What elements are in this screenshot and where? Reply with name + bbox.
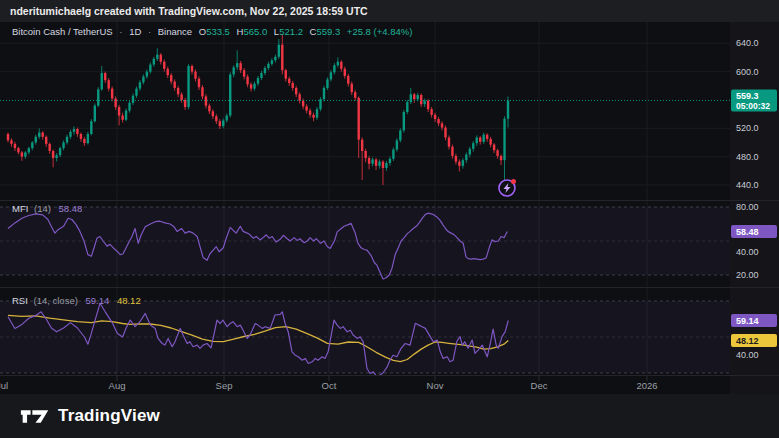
rsi-label[interactable]: RSI: [12, 295, 28, 306]
time-axis-label[interactable]: Nov: [427, 380, 444, 391]
indicator-band: [0, 207, 730, 275]
mfi-label[interactable]: MFI: [12, 203, 28, 214]
ohlc-open-value: 533.5: [206, 26, 230, 37]
price-axis-label: 520.0: [736, 123, 759, 133]
time-axis-label[interactable]: Jul: [0, 380, 8, 391]
time-axis-label[interactable]: Oct: [322, 380, 337, 391]
svg-text:48.12: 48.12: [736, 336, 759, 346]
mfi-axis-label: 40.00: [736, 247, 759, 257]
ohlc-low-value: 521.2: [279, 26, 303, 37]
symbol-title[interactable]: Bitcoin Cash / TetherUS: [12, 26, 113, 37]
rsi-legend[interactable]: RSI (14, close) 59.14 48.12: [12, 295, 146, 306]
svg-text:05:00:32: 05:00:32: [736, 101, 770, 111]
rsi-ma-value: 48.12: [117, 295, 141, 306]
mfi-params: (14): [34, 203, 51, 214]
legend-separator: ·: [119, 26, 122, 37]
rsi-value-badge: 59.14: [731, 314, 777, 327]
mfi-axis-label: 80.00: [736, 202, 759, 212]
current-price-badge: 559.305:00:32: [731, 89, 777, 111]
tradingview-snapshot: { "attribution": "nderitumichaelg create…: [0, 0, 779, 438]
price-axis-label: 600.0: [736, 67, 759, 77]
attribution-text: nderitumichaelg created with TradingView…: [10, 5, 368, 17]
svg-text:59.14: 59.14: [736, 316, 759, 326]
time-axis-label[interactable]: Aug: [109, 380, 126, 391]
change-value: +25.8 (+4.84%): [347, 26, 413, 37]
price-axis-label: 480.0: [736, 152, 759, 162]
ohlc-close-value: 559.3: [316, 26, 340, 37]
rsi-ma-value-badge: 48.12: [731, 334, 777, 347]
symbol-legend[interactable]: Bitcoin Cash / TetherUS · 1D · Binance O…: [12, 26, 416, 37]
brand-name[interactable]: TradingView: [58, 406, 160, 426]
price-axis-label: 440.0: [736, 180, 759, 190]
rsi-value: 59.14: [85, 295, 109, 306]
mfi-value-badge: 58.48: [731, 225, 777, 238]
mfi-legend[interactable]: MFI (14) 58.48: [12, 203, 87, 214]
svg-text:559.3: 559.3: [736, 91, 759, 101]
svg-text:58.48: 58.48: [736, 227, 759, 237]
mfi-value: 58.48: [59, 203, 83, 214]
symbol-interval[interactable]: 1D: [129, 26, 141, 37]
chart-canvas[interactable]: 640.0600.0520.0480.0440.080.0040.0020.00…: [0, 0, 779, 438]
attribution-bar: nderitumichaelg created with TradingView…: [0, 0, 779, 22]
price-axis-label: 640.0: [736, 38, 759, 48]
time-axis-label[interactable]: 2026: [636, 380, 657, 391]
mfi-axis-label: 20.00: [736, 270, 759, 280]
time-axis-label[interactable]: Dec: [531, 380, 548, 391]
time-axis-label[interactable]: Sep: [216, 380, 233, 391]
rsi-axis-label: 40.00: [736, 350, 759, 360]
tradingview-logo-icon[interactable]: [20, 408, 50, 425]
indicator-band: [0, 301, 730, 373]
footer-bar: TradingView: [0, 394, 779, 438]
ohlc-high-value: 565.0: [243, 26, 267, 37]
rsi-params: (14, close): [33, 295, 77, 306]
symbol-exchange: Binance: [158, 26, 192, 37]
legend-separator: ·: [148, 26, 151, 37]
